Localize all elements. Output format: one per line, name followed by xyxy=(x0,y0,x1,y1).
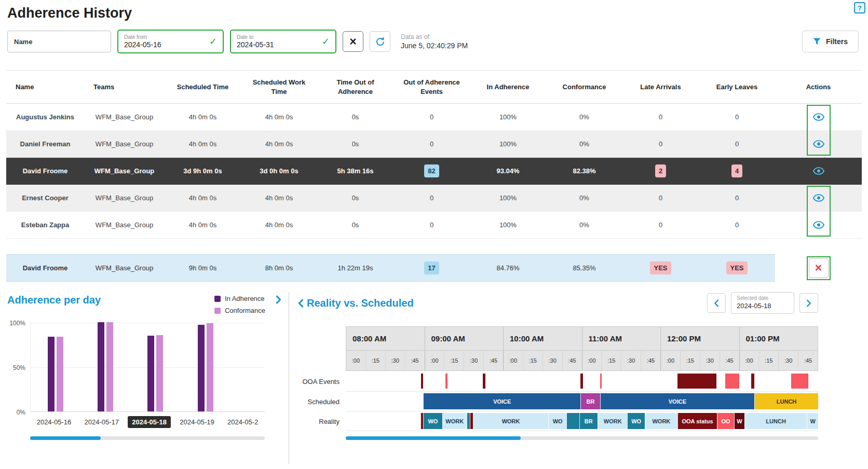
selected-date-field[interactable]: Selected date 2024-05-18 xyxy=(731,292,794,314)
clear-dates-button[interactable]: × xyxy=(343,31,363,52)
chart-legend: In AdherenceConformance xyxy=(214,294,265,314)
table-row[interactable]: Daniel Freeman WFM_Base_Group 4h 0m 0s 4… xyxy=(6,131,862,158)
reality-segment[interactable]: W xyxy=(807,413,818,429)
x-axis-date-label[interactable]: 2024-05-18 xyxy=(128,416,171,428)
x-axis-date-label[interactable]: 2024-05-17 xyxy=(80,416,124,428)
reality-segment[interactable]: W xyxy=(734,413,744,429)
legend-item: Conformance xyxy=(214,307,265,314)
chevron-left-icon xyxy=(298,299,304,308)
timeline-scrollbar-thumb[interactable] xyxy=(346,436,521,440)
conformance: 0% xyxy=(546,185,622,212)
employee-name: David Froome xyxy=(6,255,84,282)
date-from-label: Date from xyxy=(124,34,209,40)
date-navigation: Selected date 2024-05-18 xyxy=(707,292,818,314)
scheduled-segment[interactable]: VOICE xyxy=(423,393,580,409)
view-details-button[interactable] xyxy=(811,165,826,177)
scheduled-segment[interactable]: BR xyxy=(580,393,600,409)
employee-name: Esteban Zappa xyxy=(6,212,84,239)
scheduled-segment[interactable]: VOICE xyxy=(600,393,755,409)
ooa-event-mark[interactable] xyxy=(445,374,447,389)
help-icon[interactable]: ? xyxy=(854,2,865,13)
reality-segment[interactable]: LUNCH xyxy=(744,413,807,429)
hour-header-cell: 08:00 AM xyxy=(346,327,425,350)
eye-icon xyxy=(813,140,824,148)
chevron-right-icon xyxy=(806,299,811,307)
name-filter-input[interactable] xyxy=(7,31,111,52)
bar-group xyxy=(48,323,63,411)
table-row[interactable]: Ernest Cooper WFM_Base_Group 4h 0m 0s 4h… xyxy=(6,185,862,212)
hour-header-cell: 01:00 PM xyxy=(739,327,818,350)
ooa-event-mark[interactable] xyxy=(421,374,423,389)
ooa-event-mark[interactable] xyxy=(483,374,485,389)
column-header-time-out-of-adherence[interactable]: Time Out of Adherence xyxy=(317,71,394,104)
reality-segment[interactable]: OO xyxy=(717,413,734,429)
quarter-header-cell: :00 xyxy=(503,351,523,370)
ooa-event-mark[interactable] xyxy=(580,374,583,389)
table-row[interactable]: Esteban Zappa WFM_Base_Group 4h 0m 0s 4h… xyxy=(6,212,862,239)
quarter-header-cell: :45 xyxy=(405,351,425,370)
reality-segment[interactable]: WORK xyxy=(473,413,549,429)
table-row-selected[interactable]: David Froome WFM_Base_Group 3d 9h 0m 0s … xyxy=(6,158,862,185)
view-details-button[interactable] xyxy=(811,219,826,231)
column-header-scheduled-time[interactable]: Scheduled Time xyxy=(165,71,241,104)
date-from-field[interactable]: Date from 2024-05-16 ✓ xyxy=(117,30,224,53)
quarter-header-cell: :30 xyxy=(778,351,798,370)
ooa-event-mark[interactable] xyxy=(791,374,808,389)
quarter-header-cell: :45 xyxy=(798,351,818,370)
ooa-event-mark[interactable] xyxy=(751,374,754,389)
in-adherence: 84.76% xyxy=(470,255,546,282)
view-details-button[interactable] xyxy=(811,138,826,150)
quarter-header-cell: :00 xyxy=(582,351,602,370)
column-header-conformance[interactable]: Conformance xyxy=(546,71,622,104)
column-header-teams[interactable]: Teams xyxy=(84,71,165,104)
column-header-late-arrivals[interactable]: Late Arrivals xyxy=(622,71,699,104)
column-header-out-of-adherence-events[interactable]: Out of Adherence Events xyxy=(394,71,470,104)
view-details-button[interactable] xyxy=(811,111,826,123)
column-header-in-adherence[interactable]: In Adherence xyxy=(470,71,546,104)
table-row[interactable]: Augustus Jenkins WFM_Base_Group 4h 0m 0s… xyxy=(6,104,862,131)
team-name: WFM_Base_Group xyxy=(84,158,165,185)
reality-segment[interactable]: WORK xyxy=(598,413,627,429)
view-details-button[interactable] xyxy=(811,192,826,204)
column-header-scheduled-work-time[interactable]: Scheduled Work Time xyxy=(241,71,317,104)
chart-scrollbar-thumb[interactable] xyxy=(30,436,101,440)
reality-segment[interactable]: WO xyxy=(548,413,566,429)
quarter-header-cell: :15 xyxy=(365,351,385,370)
ooa-events-band xyxy=(346,371,818,392)
date-to-field[interactable]: Date to 2024-05-31 ✓ xyxy=(230,30,336,53)
scheduled-row-label: Scheduled xyxy=(298,392,346,411)
x-axis-date-label[interactable]: 2024-05-2 xyxy=(223,416,262,428)
bar xyxy=(207,323,213,411)
bar-group xyxy=(198,323,213,411)
reality-segment[interactable]: WORK xyxy=(645,413,677,429)
ooa-event-mark[interactable] xyxy=(725,374,739,389)
prev-date-button[interactable] xyxy=(707,293,726,313)
close-detail-button[interactable]: × xyxy=(809,258,829,278)
reality-segment[interactable]: WO xyxy=(423,413,442,429)
eye-icon xyxy=(813,221,824,229)
next-date-button[interactable] xyxy=(799,293,818,313)
reality-segment[interactable] xyxy=(566,413,579,429)
timeline: OOA Events Scheduled Reality 08:00 AM09:… xyxy=(298,326,818,431)
chart-title: Adherence per day xyxy=(7,294,101,306)
scheduled-work-time: 4h 0m 0s xyxy=(241,212,317,239)
chevron-right-icon xyxy=(276,295,281,304)
reality-segment[interactable]: WORK xyxy=(442,413,467,429)
column-header-early-leaves[interactable]: Early Leaves xyxy=(699,71,775,104)
scheduled-time: 4h 0m 0s xyxy=(165,212,241,239)
reality-segment[interactable]: OOA status xyxy=(677,413,717,429)
reality-segment[interactable]: WO xyxy=(627,413,645,429)
collapse-panel-button[interactable] xyxy=(298,299,304,308)
x-axis-date-label[interactable]: 2024-05-19 xyxy=(175,416,219,428)
scheduled-segment[interactable]: LUNCH xyxy=(754,393,818,409)
expand-chart-button[interactable] xyxy=(274,294,283,305)
refresh-button[interactable] xyxy=(370,31,390,52)
bar xyxy=(198,325,205,411)
column-header-name[interactable]: Name xyxy=(6,71,84,104)
ooa-event-mark[interactable] xyxy=(677,374,717,389)
x-axis-date-label[interactable]: 2024-05-16 xyxy=(33,416,76,428)
reality-band: WOWORKWORKWOBRWORKWOWORKOOA statusOOWLUN… xyxy=(346,411,818,431)
filters-button[interactable]: Filters xyxy=(802,31,859,52)
ooa-event-mark[interactable] xyxy=(600,374,602,389)
reality-segment[interactable]: BR xyxy=(579,413,598,429)
